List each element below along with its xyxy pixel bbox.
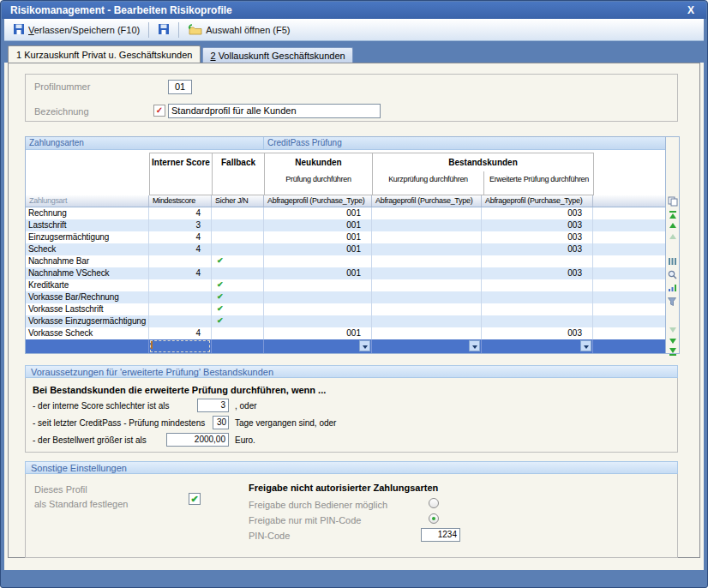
cell[interactable]: [26, 339, 149, 353]
cell[interactable]: [593, 303, 665, 315]
table-row[interactable]: Vorkasse Lastschrift✔: [26, 303, 665, 315]
order-value-input[interactable]: 2000,00: [166, 433, 229, 447]
cell[interactable]: [212, 219, 264, 231]
cell[interactable]: [482, 279, 593, 291]
cell[interactable]: 3: [149, 219, 212, 231]
cell[interactable]: Vorkasse Einzugsermächtigung: [26, 315, 149, 327]
cell[interactable]: [264, 303, 372, 315]
cell[interactable]: [212, 207, 264, 219]
cell[interactable]: [149, 315, 212, 327]
selected-new-row[interactable]: [26, 339, 665, 353]
cell[interactable]: [149, 291, 212, 303]
table-row[interactable]: Kreditkarte✔: [26, 279, 665, 291]
cell[interactable]: Vorkasse Bar/Rechnung: [26, 291, 149, 303]
save-exit-button[interactable]: Verlassen/Speichern (F10): [8, 21, 145, 39]
cell[interactable]: 4: [149, 207, 212, 219]
cell[interactable]: 003: [482, 243, 593, 255]
cell[interactable]: [264, 315, 372, 327]
colhdr-abfrageprofil-kurz[interactable]: Abfrageprofil (Purchase_Type): [372, 195, 482, 207]
cell[interactable]: [482, 315, 593, 327]
tab-vollauskunft[interactable]: 2 Vollauskunft Geschäftskunden: [202, 47, 352, 63]
cell[interactable]: [372, 267, 482, 279]
cell[interactable]: 001: [264, 231, 372, 243]
table-row[interactable]: Einzugsermächtigung4001003: [26, 231, 665, 243]
cell[interactable]: [593, 327, 665, 339]
cell[interactable]: [372, 231, 482, 243]
cell[interactable]: ✔: [212, 291, 264, 303]
cell[interactable]: 4: [149, 267, 212, 279]
cell[interactable]: 001: [264, 267, 372, 279]
cell[interactable]: [212, 327, 264, 339]
cell[interactable]: [372, 255, 482, 267]
cell[interactable]: [593, 255, 665, 267]
cell[interactable]: [212, 339, 264, 353]
sort-icon[interactable]: [668, 284, 678, 294]
cell[interactable]: [212, 243, 264, 255]
cell[interactable]: ✔: [212, 315, 264, 327]
cell[interactable]: [372, 303, 482, 315]
colhdr-abfrageprofil-erw[interactable]: Abfrageprofil (Purchase_Type): [482, 195, 593, 207]
cell[interactable]: [372, 219, 482, 231]
cell[interactable]: [372, 243, 482, 255]
scroll-up-button[interactable]: [668, 234, 678, 244]
cell[interactable]: [372, 327, 482, 339]
operator-release-radio[interactable]: [429, 498, 439, 508]
move-up-button[interactable]: [668, 223, 678, 233]
cell[interactable]: [212, 231, 264, 243]
cell[interactable]: [482, 339, 593, 353]
dropdown-button[interactable]: [359, 340, 370, 351]
cell[interactable]: 4: [149, 327, 212, 339]
cell[interactable]: [593, 267, 665, 279]
colhdr-sicher[interactable]: Sicher J/N: [212, 195, 264, 207]
cell[interactable]: Lastschrift: [26, 219, 149, 231]
copy-icon[interactable]: [668, 196, 678, 207]
cell[interactable]: [593, 279, 665, 291]
cell[interactable]: [482, 291, 593, 303]
filter-icon[interactable]: [668, 297, 678, 308]
cell[interactable]: Vorkasse Lastschrift: [26, 303, 149, 315]
score-threshold-input[interactable]: 3: [197, 399, 229, 412]
cell-focused[interactable]: [149, 339, 212, 353]
cell[interactable]: 003: [482, 231, 593, 243]
cell[interactable]: [372, 291, 482, 303]
cell[interactable]: [482, 255, 593, 267]
profilnummer-input[interactable]: 01: [168, 80, 192, 94]
cell[interactable]: [372, 315, 482, 327]
cell[interactable]: 001: [264, 327, 372, 339]
cell[interactable]: 4: [149, 243, 212, 255]
save-button[interactable]: [153, 21, 175, 39]
open-selection-button[interactable]: Auswahl öffnen (F5): [183, 21, 295, 39]
cell[interactable]: Scheck: [26, 243, 149, 255]
cell[interactable]: [264, 279, 372, 291]
titlebar[interactable]: Risikomanagement - Bearbeiten Risikoprof…: [2, 2, 706, 19]
spellcheck-icon[interactable]: ✓: [153, 105, 165, 117]
table-row[interactable]: Rechnung4001003: [26, 207, 665, 219]
cell[interactable]: 003: [482, 207, 593, 219]
cell[interactable]: [593, 291, 665, 303]
cell[interactable]: 4: [149, 231, 212, 243]
dropdown-button[interactable]: [580, 340, 591, 351]
table-row[interactable]: Vorkasse Scheck4001003: [26, 327, 665, 339]
cell[interactable]: [264, 339, 372, 353]
cell[interactable]: Nachnahme Bar: [26, 255, 149, 267]
table-row[interactable]: Lastschrift3001003: [26, 219, 665, 231]
table-row[interactable]: Vorkasse Bar/Rechnung✔: [26, 291, 665, 303]
cell[interactable]: Nachnahme VScheck: [26, 267, 149, 279]
cell[interactable]: 001: [264, 243, 372, 255]
cell[interactable]: [264, 291, 372, 303]
cell[interactable]: [149, 303, 212, 315]
dropdown-button[interactable]: [469, 340, 480, 351]
days-input[interactable]: 30: [213, 416, 229, 429]
cell[interactable]: [372, 207, 482, 219]
cell[interactable]: Einzugsermächtigung: [26, 231, 149, 243]
cell[interactable]: ✔: [212, 255, 264, 267]
cell[interactable]: 001: [264, 207, 372, 219]
cell[interactable]: [372, 339, 482, 353]
move-first-button[interactable]: [668, 211, 678, 221]
cell[interactable]: [593, 315, 665, 327]
colhdr-mindestscore[interactable]: Mindestscore: [149, 195, 212, 207]
table-row[interactable]: Vorkasse Einzugsermächtigung✔: [26, 315, 665, 327]
cell[interactable]: [593, 219, 665, 231]
cell[interactable]: 003: [482, 267, 593, 279]
columns-icon[interactable]: [668, 257, 678, 267]
